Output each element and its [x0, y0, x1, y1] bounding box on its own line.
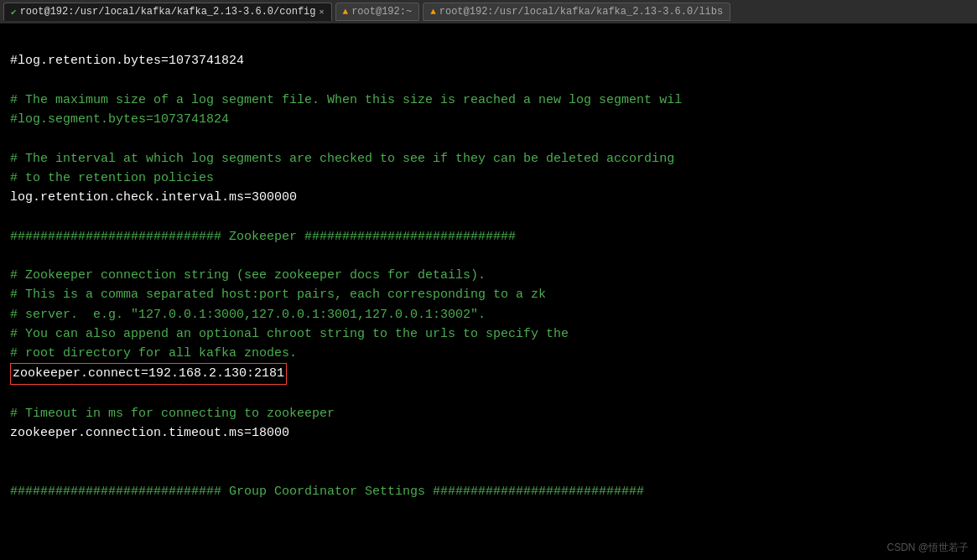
- tab-close-icon[interactable]: ✕: [319, 7, 324, 17]
- terminal-line-comment: # You can also append an optional chroot…: [10, 324, 967, 344]
- terminal-line-empty: [10, 71, 967, 91]
- terminal-line-normal: #log.retention.bytes=1073741824: [10, 51, 967, 70]
- terminal-line-normal: zookeeper.connection.timeout.ms=18000: [10, 423, 967, 443]
- terminal-line-comment: # The maximum size of a log segment file…: [10, 91, 967, 110]
- tab-home[interactable]: ▲ root@192:~: [335, 3, 420, 21]
- tab-label-libs: root@192:/usr/local/kafka/kafka_2.13-3.6…: [439, 6, 723, 18]
- terminal-line-empty: [10, 443, 967, 462]
- terminal-line-empty: [10, 207, 967, 226]
- tab-icon-green: ✔: [11, 7, 17, 18]
- terminal-line-comment: # The interval at which log segments are…: [10, 149, 967, 169]
- watermark: CSDN @悟世若子: [886, 541, 969, 555]
- tab-icon-warning-2: ▲: [430, 7, 436, 17]
- terminal-line-comment: # Zookeeper connection string (see zooke…: [10, 266, 967, 285]
- terminal-line-empty: [10, 129, 967, 148]
- terminal-line-empty: [10, 246, 967, 266]
- title-bar: ✔ root@192:/usr/local/kafka/kafka_2.13-3…: [0, 0, 977, 23]
- terminal-body: #log.retention.bytes=1073741824 # The ma…: [0, 23, 977, 560]
- terminal-line-comment: # server. e.g. "127.0.0.1:3000,127.0.0.1…: [10, 305, 967, 324]
- terminal-line-comment: #log.segment.bytes=1073741824: [10, 110, 967, 129]
- terminal-line-empty: [10, 463, 967, 482]
- terminal-line-comment: # to the retention policies: [10, 169, 967, 188]
- tab-label-home: root@192:~: [351, 6, 412, 18]
- terminal-line-separator: ############################ Zookeeper #…: [10, 227, 967, 246]
- terminal-line-separator: ############################ Group Coord…: [10, 482, 967, 501]
- tab-icon-warning-1: ▲: [343, 7, 349, 17]
- tab-config[interactable]: ✔ root@192:/usr/local/kafka/kafka_2.13-3…: [3, 3, 332, 21]
- tab-libs[interactable]: ▲ root@192:/usr/local/kafka/kafka_2.13-3…: [423, 3, 730, 21]
- terminal-line-highlighted: zookeeper.connect=192.168.2.130:2181: [10, 363, 967, 384]
- terminal-line-comment: # Timeout in ms for connecting to zookee…: [10, 404, 967, 423]
- terminal-line-empty: [10, 385, 967, 404]
- terminal-line-normal: log.retention.check.interval.ms=300000: [10, 188, 967, 207]
- terminal-line-comment: # This is a comma separated host:port pa…: [10, 285, 967, 304]
- tab-label-config: root@192:/usr/local/kafka/kafka_2.13-3.6…: [20, 6, 316, 18]
- terminal-line-comment: # root directory for all kafka znodes.: [10, 344, 967, 363]
